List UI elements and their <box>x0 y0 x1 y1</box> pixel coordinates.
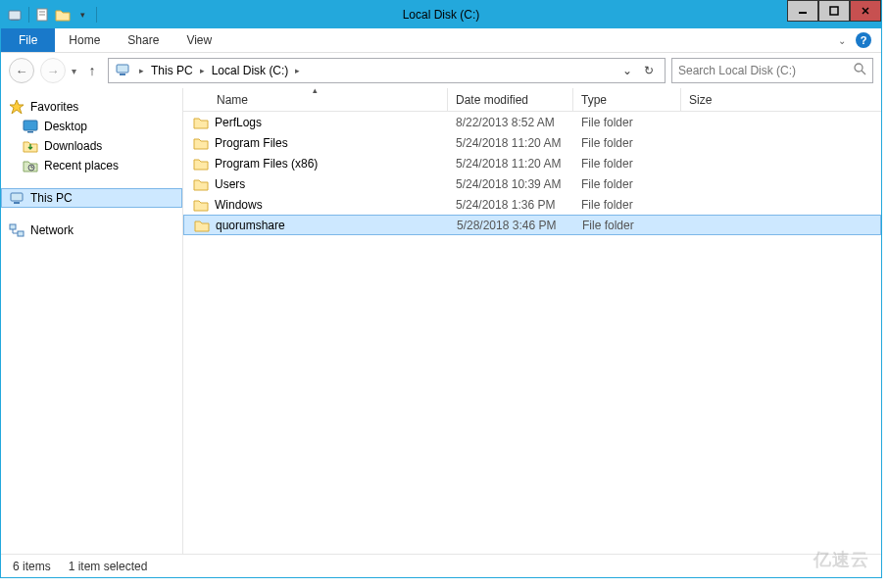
file-row[interactable]: Program Files (x86)5/24/2018 11:20 AMFil… <box>183 153 881 173</box>
nav-recent[interactable]: Recent places <box>1 156 182 175</box>
status-item-count: 6 items <box>13 560 51 573</box>
recent-icon <box>23 158 38 173</box>
col-type[interactable]: Type <box>573 88 681 111</box>
svg-rect-19 <box>11 193 23 201</box>
help-icon[interactable]: ? <box>856 32 871 48</box>
nav-network[interactable]: Network <box>1 220 182 240</box>
svg-rect-6 <box>830 7 838 15</box>
nav-pane: Favorites Desktop Downloads Recent place… <box>1 88 183 554</box>
qat-dropdown-icon[interactable]: ▾ <box>74 7 90 23</box>
svg-rect-15 <box>27 131 33 133</box>
file-date: 5/24/2018 1:36 PM <box>448 198 573 212</box>
file-date: 5/24/2018 11:20 AM <box>448 136 573 150</box>
svg-rect-14 <box>24 121 37 130</box>
star-icon <box>9 99 25 115</box>
file-type: File folder <box>573 198 681 212</box>
downloads-icon <box>23 138 38 154</box>
file-row[interactable]: Windows5/24/2018 1:36 PMFile folder <box>183 194 881 215</box>
window-title: Local Disk (C:) <box>403 8 480 22</box>
search-icon <box>854 63 866 78</box>
folder-icon <box>193 198 209 212</box>
search-placeholder: Search Local Disk (C:) <box>678 64 796 77</box>
close-button[interactable] <box>850 0 881 22</box>
qat-separator <box>96 7 97 23</box>
file-type: File folder <box>573 136 681 150</box>
status-selected-count: 1 item selected <box>69 560 148 573</box>
titlebar[interactable]: ▾ Local Disk (C:) <box>1 1 881 28</box>
file-name: Program Files (x86) <box>215 157 318 171</box>
up-button[interactable]: ↑ <box>82 61 102 80</box>
svg-rect-9 <box>117 65 128 73</box>
file-name: PerfLogs <box>215 116 262 129</box>
nav-recent-label: Recent places <box>44 159 119 172</box>
nav-desktop-label: Desktop <box>44 120 87 133</box>
history-dropdown-icon[interactable]: ▾ <box>72 66 76 76</box>
tab-share[interactable]: Share <box>114 28 173 52</box>
tab-view[interactable]: View <box>173 28 225 52</box>
file-row[interactable]: Program Files5/24/2018 11:20 AMFile fold… <box>183 132 881 153</box>
nav-favorites[interactable]: Favorites <box>1 97 182 117</box>
address-dropdown-icon[interactable]: ⌄ <box>619 64 635 77</box>
col-name[interactable]: Name ▴ <box>183 88 448 111</box>
nav-thispc-label: This PC <box>30 191 73 205</box>
folder-qat-icon[interactable] <box>55 7 71 23</box>
file-row[interactable]: PerfLogs8/22/2013 8:52 AMFile folder <box>183 112 881 132</box>
content-area: Favorites Desktop Downloads Recent place… <box>1 88 881 554</box>
properties-icon[interactable] <box>35 7 51 23</box>
nav-favorites-label: Favorites <box>30 100 78 114</box>
file-row[interactable]: quorumshare5/28/2018 3:46 PMFile folder <box>183 215 881 235</box>
forward-button[interactable]: → <box>40 58 66 83</box>
breadcrumb-thispc[interactable]: This PC <box>147 64 197 77</box>
app-icon <box>7 7 23 23</box>
chevron-right-icon[interactable]: ▸ <box>197 66 208 75</box>
pc-icon <box>115 62 132 79</box>
file-type: File folder <box>573 116 681 129</box>
breadcrumb-localdisk[interactable]: Local Disk (C:) <box>208 64 293 77</box>
svg-rect-10 <box>120 74 125 75</box>
minimize-button[interactable] <box>787 0 818 22</box>
back-button[interactable]: ← <box>9 58 34 83</box>
file-date: 8/22/2013 8:52 AM <box>448 116 573 129</box>
nav-downloads-label: Downloads <box>44 139 102 153</box>
svg-line-12 <box>862 71 865 74</box>
file-type: File folder <box>573 157 681 171</box>
file-name: Windows <box>215 198 263 212</box>
folder-icon <box>194 219 210 232</box>
nav-desktop[interactable]: Desktop <box>1 117 182 136</box>
svg-marker-13 <box>10 100 24 114</box>
svg-rect-0 <box>9 11 21 20</box>
chevron-right-icon[interactable]: ▸ <box>136 66 147 75</box>
navbar: ← → ▾ ↑ ▸ This PC ▸ Local Disk (C:) ▸ ⌄ … <box>1 53 881 88</box>
refresh-icon[interactable]: ↻ <box>641 64 657 77</box>
svg-rect-20 <box>14 202 20 204</box>
col-date[interactable]: Date modified <box>448 88 573 111</box>
file-date: 5/24/2018 10:39 AM <box>448 177 573 191</box>
ribbon-expand-icon[interactable]: ⌄ <box>838 35 846 46</box>
file-type: File folder <box>574 219 682 232</box>
rows-container[interactable]: PerfLogs8/22/2013 8:52 AMFile folderProg… <box>183 112 881 554</box>
col-size[interactable]: Size <box>681 88 760 111</box>
file-row[interactable]: Users5/24/2018 10:39 AMFile folder <box>183 173 881 194</box>
column-headers: Name ▴ Date modified Type Size <box>183 88 881 112</box>
svg-point-11 <box>855 64 863 72</box>
file-type: File folder <box>573 177 681 191</box>
folder-icon <box>193 177 209 191</box>
qat-separator <box>28 7 29 23</box>
nav-network-label: Network <box>30 223 74 237</box>
file-name: Program Files <box>215 136 288 150</box>
explorer-window: ▾ Local Disk (C:) File Home Share View ⌄… <box>0 0 882 578</box>
nav-thispc[interactable]: This PC <box>1 188 182 208</box>
folder-icon <box>193 116 209 129</box>
svg-rect-22 <box>18 231 24 236</box>
tab-home[interactable]: Home <box>55 28 114 52</box>
nav-downloads[interactable]: Downloads <box>1 136 182 156</box>
ribbon: File Home Share View ⌄ ? <box>1 28 881 53</box>
maximize-button[interactable] <box>818 0 850 22</box>
breadcrumb[interactable]: ▸ This PC ▸ Local Disk (C:) ▸ ⌄ ↻ <box>108 58 666 83</box>
search-input[interactable]: Search Local Disk (C:) <box>671 58 873 83</box>
tab-file[interactable]: File <box>1 28 55 52</box>
pc-icon <box>9 190 25 206</box>
file-date: 5/24/2018 11:20 AM <box>448 157 573 171</box>
file-name: quorumshare <box>216 219 285 232</box>
chevron-right-icon[interactable]: ▸ <box>292 66 303 75</box>
